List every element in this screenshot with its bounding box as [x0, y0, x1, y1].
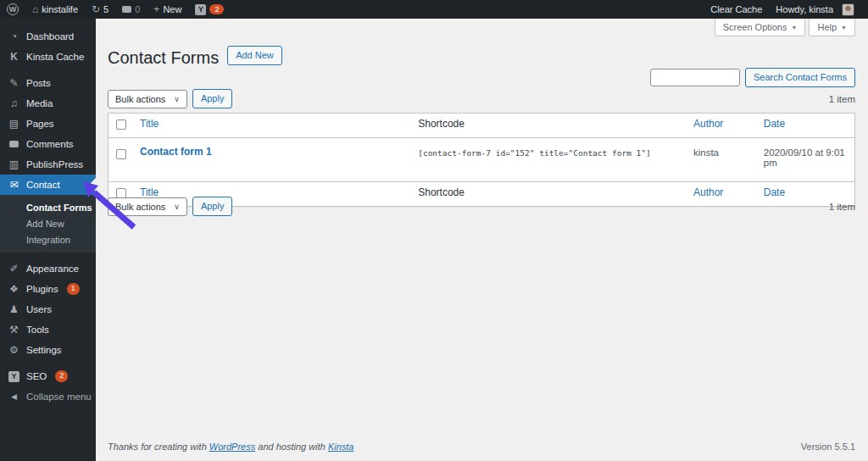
- version-label: Version 5.5.1: [801, 442, 855, 452]
- sidebar-item-label: Settings: [26, 345, 62, 355]
- sidebar-item-label: Dashboard: [26, 31, 74, 42]
- sidebar-item-tools[interactable]: ⚒ Tools: [0, 319, 96, 340]
- bulk-actions-label: Bulk actions: [115, 94, 165, 104]
- sidebar-item-publishpress[interactable]: ▥ PublishPress: [0, 154, 96, 175]
- sort-author-column[interactable]: Author: [693, 118, 723, 130]
- howdy-label: Howdy, kinsta: [776, 4, 833, 14]
- items-count: 1 item: [829, 94, 855, 104]
- contact-submenu: Contact Forms Add New Integration: [0, 195, 96, 253]
- chevron-down-icon: ∨: [174, 95, 180, 103]
- sidebar-item-settings[interactable]: ⚙ Settings: [0, 340, 96, 360]
- sidebar-item-pages[interactable]: ▤ Pages: [0, 114, 96, 134]
- updates-menu[interactable]: ↻ 5: [85, 0, 115, 19]
- bulk-actions-select[interactable]: Bulk actions ∨: [108, 90, 187, 108]
- footer-thanks-text: Thanks for creating with WordPress and h…: [108, 442, 353, 452]
- sort-date-column[interactable]: Date: [764, 118, 785, 130]
- kinsta-cache-icon: K: [8, 52, 19, 62]
- tools-icon: ⚒: [8, 325, 19, 335]
- home-icon: ⌂: [32, 4, 38, 14]
- collapse-menu-label: Collapse menu: [26, 392, 92, 402]
- wordpress-link[interactable]: WordPress: [209, 442, 255, 452]
- submenu-item-label: Contact Forms: [26, 203, 92, 213]
- sidebar-item-label: Comments: [26, 139, 74, 149]
- select-all-checkbox[interactable]: [116, 119, 126, 130]
- appearance-icon: ✐: [8, 264, 19, 274]
- clear-cache-label: Clear Cache: [710, 4, 762, 14]
- submenu-item-label: Integration: [26, 235, 70, 245]
- wordpress-logo-menu[interactable]: W: [0, 0, 25, 19]
- admin-bar-right: Clear Cache Howdy, kinsta: [704, 0, 868, 19]
- sidebar-item-seo[interactable]: Y SEO 2: [0, 366, 96, 386]
- collapse-menu-button[interactable]: ◀ Collapse menu: [0, 386, 96, 407]
- seo-notification-badge: 2: [209, 4, 224, 15]
- clear-cache-button[interactable]: Clear Cache: [704, 0, 769, 19]
- contact-form-title-link[interactable]: Contact form 1: [140, 146, 212, 158]
- sidebar-item-label: Tools: [26, 325, 49, 335]
- posts-icon: ✎: [8, 78, 19, 88]
- seo-admin-menu[interactable]: Y 2: [188, 0, 231, 19]
- screen-options-label: Screen Options: [723, 22, 787, 32]
- updates-icon: ↻: [92, 4, 100, 14]
- site-name: kinstalife: [42, 4, 78, 14]
- help-label: Help: [817, 22, 837, 32]
- add-new-button[interactable]: Add New: [227, 46, 282, 65]
- publishpress-icon: ▥: [8, 159, 19, 169]
- seo-notification-badge: 2: [55, 370, 68, 382]
- comments-icon: [8, 139, 19, 149]
- shortcode-value[interactable]: [contact-form-7 id="152" title="Contact …: [418, 148, 651, 158]
- bulk-actions-select[interactable]: Bulk actions ∨: [108, 197, 187, 216]
- search-contact-forms-button[interactable]: Search Contact Forms: [745, 68, 855, 87]
- sidebar-item-label: Posts: [26, 78, 51, 88]
- row-checkbox[interactable]: [116, 149, 126, 159]
- collapse-arrow-icon: ◀: [8, 393, 19, 401]
- sidebar-item-dashboard[interactable]: ◔ Dashboard: [0, 26, 96, 47]
- admin-sidebar: ◔ Dashboard K Kinsta Cache ✎ Posts ♫ Med…: [0, 19, 96, 461]
- sidebar-item-appearance[interactable]: ✐ Appearance: [0, 258, 96, 279]
- sidebar-item-users[interactable]: ♟ Users: [0, 299, 96, 319]
- wordpress-logo-icon: W: [7, 3, 19, 15]
- apply-button[interactable]: Apply: [192, 89, 233, 108]
- sidebar-item-label: Pages: [26, 119, 54, 129]
- submenu-item-integration[interactable]: Integration: [0, 231, 96, 247]
- help-tab[interactable]: Help ▼: [809, 19, 855, 36]
- admin-content: Screen Options ▼ Help ▼ Contact Forms Ad…: [96, 19, 868, 461]
- sidebar-item-contact[interactable]: ✉ Contact: [0, 175, 96, 195]
- apply-button[interactable]: Apply: [192, 197, 233, 216]
- new-content-menu[interactable]: + New: [147, 0, 188, 19]
- search-box: Search Contact Forms: [650, 68, 855, 87]
- sidebar-item-posts[interactable]: ✎ Posts: [0, 73, 96, 93]
- bulk-actions-label: Bulk actions: [115, 202, 165, 212]
- contact-envelope-icon: ✉: [8, 180, 19, 190]
- plugins-icon: ❖: [8, 284, 19, 294]
- author-value: kinsta: [693, 147, 719, 158]
- sidebar-item-comments[interactable]: Comments: [0, 134, 96, 154]
- account-menu[interactable]: Howdy, kinsta: [769, 0, 861, 19]
- sort-title-column[interactable]: Title: [140, 118, 159, 130]
- comments-count: 0: [135, 4, 140, 14]
- avatar: [842, 3, 854, 16]
- sidebar-item-media[interactable]: ♫ Media: [0, 93, 96, 114]
- submenu-item-add-new[interactable]: Add New: [0, 215, 96, 231]
- site-menu[interactable]: ⌂ kinstalife: [25, 0, 85, 19]
- sidebar-item-label: Plugins: [26, 284, 58, 294]
- pages-icon: ▤: [8, 119, 19, 129]
- submenu-item-label: Add New: [26, 219, 64, 229]
- table-header-row: Title Shortcode Author Date: [108, 114, 855, 138]
- admin-bar: W ⌂ kinstalife ↻ 5 0 + New Y 2 Clear Cac…: [0, 0, 868, 19]
- media-icon: ♫: [8, 98, 19, 108]
- admin-bar-left: W ⌂ kinstalife ↻ 5 0 + New Y 2: [0, 0, 231, 19]
- screen-options-tab[interactable]: Screen Options ▼: [715, 19, 806, 36]
- kinsta-link[interactable]: Kinsta: [328, 442, 354, 452]
- sidebar-item-label: Contact: [26, 180, 60, 190]
- seo-icon: Y: [8, 371, 19, 382]
- date-value: 2020/09/10 at 9:01 pm: [764, 147, 845, 168]
- sidebar-item-plugins[interactable]: ❖ Plugins 1: [0, 279, 96, 299]
- plugins-update-badge: 1: [67, 283, 80, 295]
- submenu-item-contact-forms[interactable]: Contact Forms: [0, 199, 96, 215]
- items-count: 1 item: [829, 202, 855, 212]
- comments-icon: [122, 6, 131, 13]
- sidebar-item-kinsta-cache[interactable]: K Kinsta Cache: [0, 47, 96, 67]
- sidebar-item-label: Appearance: [26, 264, 79, 274]
- comments-menu[interactable]: 0: [115, 0, 147, 19]
- search-input[interactable]: [650, 69, 740, 86]
